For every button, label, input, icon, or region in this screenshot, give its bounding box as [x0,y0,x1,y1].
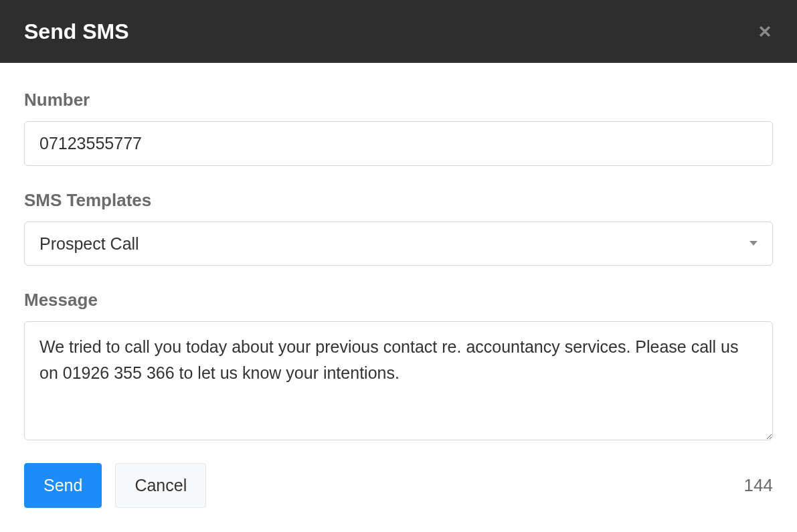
templates-select[interactable]: Prospect Call [24,221,773,266]
action-row: Send Cancel 144 [24,463,773,508]
number-label: Number [24,90,773,110]
modal-header: Send SMS [0,0,797,63]
templates-group: SMS Templates Prospect Call [24,190,773,266]
char-count: 144 [744,475,773,496]
send-button[interactable]: Send [24,463,102,508]
modal-title: Send SMS [24,19,128,44]
message-textarea[interactable]: We tried to call you today about your pr… [24,321,773,440]
templates-select-wrapper: Prospect Call [24,221,773,266]
message-group: Message We tried to call you today about… [24,290,773,443]
number-input[interactable] [24,121,773,166]
number-group: Number [24,90,773,166]
cancel-button[interactable]: Cancel [115,463,206,508]
button-group: Send Cancel [24,463,206,508]
modal-body: Number SMS Templates Prospect Call Messa… [0,63,797,524]
close-icon[interactable] [757,23,773,39]
templates-label: SMS Templates [24,190,773,211]
message-label: Message [24,290,773,311]
